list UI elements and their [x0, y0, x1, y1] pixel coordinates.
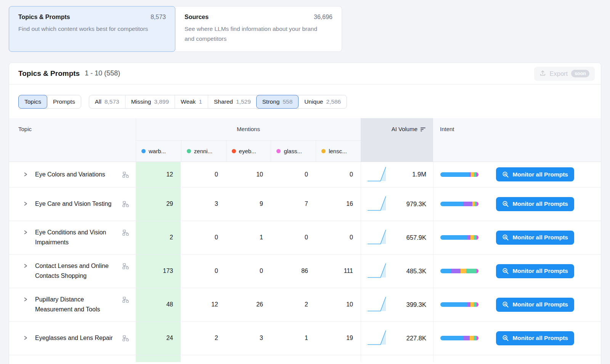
trend-sparkline — [366, 194, 388, 213]
topic-cell: Eye Conditions and Vision Impairments — [9, 221, 136, 254]
filter-label: Weak — [181, 98, 196, 105]
topic-name: Eye Colors and Variations — [32, 170, 119, 180]
ai-volume-value: 657.9K — [406, 234, 426, 241]
intent-cell — [433, 355, 601, 362]
competitor-color-dot — [232, 149, 236, 153]
mentions-value: 7 — [271, 188, 316, 221]
trend-sparkline — [366, 329, 388, 348]
intent-segment — [467, 235, 470, 240]
mentions-value: 0 — [316, 221, 361, 254]
filter-missing[interactable]: Missing3,899 — [125, 95, 175, 108]
mentions-value: 0 — [316, 162, 361, 187]
intent-distribution-bar — [440, 172, 478, 177]
competitor-label: zenni... — [194, 148, 212, 154]
table-header: Topic Mentions warb...zenni...eyeb...gla… — [9, 118, 601, 162]
subtopics-icon[interactable] — [122, 335, 129, 343]
trend-sparkline — [366, 228, 388, 247]
subtopics-icon[interactable] — [122, 172, 129, 180]
intent-segment — [470, 235, 474, 240]
table-row: Eye Conditions and Vision Impairments201… — [9, 221, 601, 255]
table-row: Contact Lenses and Online Contacts Shopp… — [9, 255, 601, 288]
ai-volume-cell: 399.3K — [361, 288, 433, 321]
export-label: Export — [549, 70, 568, 77]
topic-cell: Pupillary Distance Measurement and Tools — [9, 288, 136, 321]
intent-distribution-bar — [440, 235, 478, 240]
card-sources[interactable]: Sources 36,696 See where LLMs find infor… — [175, 6, 342, 52]
competitor-color-dot — [321, 149, 326, 153]
intent-segment — [440, 235, 467, 240]
card-count: 8,573 — [151, 14, 166, 21]
topic-inner: Contact Lenses and Online Contacts Shopp… — [23, 261, 129, 281]
intent-segment — [440, 172, 469, 177]
mentions-value — [271, 355, 316, 362]
subtopics-icon[interactable] — [122, 229, 129, 237]
mentions-value: 48 — [136, 288, 181, 321]
filter-weak[interactable]: Weak1 — [175, 95, 208, 108]
card-topics-prompts[interactable]: Topics & Prompts 8,573 Find out which co… — [9, 6, 175, 52]
filter-count: 2,586 — [326, 98, 341, 105]
mentions-value: 1 — [226, 221, 271, 254]
ai-volume-cell: 657.9K — [361, 221, 433, 254]
filter-all[interactable]: All8,573 — [89, 95, 125, 108]
competitor-column-warb[interactable]: warb... — [136, 141, 181, 162]
mentions-value: 0 — [271, 221, 316, 254]
trend-sparkline — [366, 261, 388, 281]
monitor-all-prompts-button[interactable]: Monitor all Prompts — [496, 197, 574, 211]
monitor-button-label: Monitor all Prompts — [512, 268, 568, 274]
topic-name: Eye Care and Vision Testing — [32, 199, 119, 209]
competitor-column-lensc[interactable]: lensc... — [316, 141, 361, 162]
filter-count: 1,529 — [236, 98, 251, 105]
expand-chevron-icon[interactable] — [23, 335, 28, 342]
intent-cell: Monitor all Prompts — [433, 188, 601, 221]
mentions-value — [316, 355, 361, 362]
card-description: Find out which content works best for co… — [18, 24, 156, 34]
mentions-value: 2 — [136, 221, 181, 254]
sort-descending-icon — [421, 126, 426, 133]
intent-cell: Monitor all Prompts — [433, 221, 601, 254]
export-button[interactable]: Export soon — [534, 67, 595, 81]
filter-unique[interactable]: Unique2,586 — [298, 95, 347, 108]
competitor-label: glass... — [284, 148, 302, 154]
intent-cell: Monitor all Prompts — [433, 322, 601, 355]
column-header-topic[interactable]: Topic — [9, 118, 136, 162]
intent-segment — [477, 269, 478, 273]
monitor-all-prompts-button[interactable]: Monitor all Prompts — [496, 231, 574, 245]
subtopics-icon[interactable] — [122, 297, 129, 305]
mentions-value: 3 — [181, 188, 226, 221]
expand-chevron-icon[interactable] — [23, 263, 28, 270]
intent-segment — [451, 269, 461, 273]
column-header-ai-volume[interactable]: AI Volume — [361, 118, 433, 162]
mentions-value — [181, 355, 226, 362]
competitor-column-zenni[interactable]: zenni... — [181, 141, 226, 162]
subtopics-icon[interactable] — [122, 263, 129, 271]
view-toggle-prompts[interactable]: Prompts — [47, 95, 81, 108]
filter-shared[interactable]: Shared1,529 — [208, 95, 257, 108]
mentions-value: 10 — [226, 162, 271, 187]
competitor-color-dot — [276, 149, 281, 153]
ai-volume-cell: 227.8K — [361, 322, 433, 355]
expand-chevron-icon[interactable] — [23, 172, 28, 179]
monitor-all-prompts-button[interactable]: Monitor all Prompts — [496, 298, 574, 312]
expand-chevron-icon[interactable] — [23, 229, 28, 237]
card-count: 36,696 — [314, 14, 332, 21]
mentions-value: 10 — [316, 288, 361, 321]
expand-chevron-icon[interactable] — [23, 297, 28, 304]
competitor-column-glass[interactable]: glass... — [271, 141, 316, 162]
expand-chevron-icon[interactable] — [23, 201, 28, 208]
monitor-button-label: Monitor all Prompts — [512, 335, 568, 342]
filter-count: 8,573 — [104, 98, 119, 105]
topic-name: Eye Conditions and Vision Impairments — [32, 228, 119, 247]
filter-strong[interactable]: Strong558 — [256, 95, 299, 109]
view-toggle-topics[interactable]: Topics — [18, 95, 47, 109]
subtopics-icon[interactable] — [122, 201, 129, 209]
monitor-all-prompts-button[interactable]: Monitor all Prompts — [496, 167, 574, 181]
column-header-intent[interactable]: Intent — [433, 118, 601, 162]
mentions-value: 0 — [271, 162, 316, 187]
topic-name: Eyeglasses and Lens Repair — [32, 333, 119, 343]
competitor-column-eyeb[interactable]: eyeb... — [226, 141, 271, 162]
monitor-all-prompts-button[interactable]: Monitor all Prompts — [496, 264, 574, 278]
monitor-all-prompts-button[interactable]: Monitor all Prompts — [496, 331, 574, 345]
trend-sparkline — [366, 295, 388, 314]
mentions-value: 19 — [316, 322, 361, 355]
competitor-label: warb... — [149, 148, 166, 154]
